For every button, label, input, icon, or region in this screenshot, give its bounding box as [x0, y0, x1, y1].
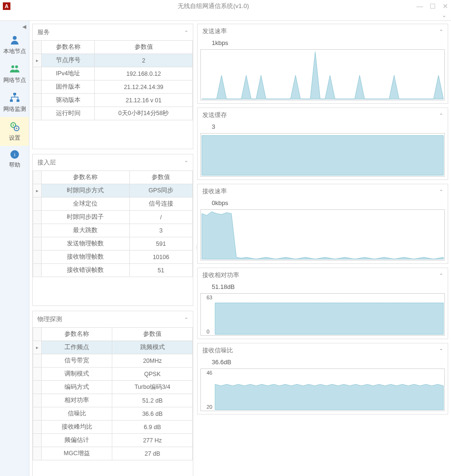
person-icon: [9, 34, 20, 45]
table-row[interactable]: 固件版本21.12.24.14:39: [33, 81, 193, 94]
access-table: 参数名称 参数值 ▸时隙同步方式GPS同步 全球定位信号连接 时隙同步因子/ 最…: [33, 171, 193, 277]
col-header-value: 参数值: [112, 328, 193, 341]
window-title: 无线自组网通信系统(v1.0): [10, 2, 416, 10]
maximize-button[interactable]: ☐: [430, 2, 436, 10]
col-header-value: 参数值: [95, 41, 193, 54]
chart-tx-rate: [200, 49, 445, 100]
collapse-icon[interactable]: ⌃: [184, 317, 188, 322]
col-header-value: 参数值: [129, 171, 192, 184]
chart-title: 发送缓存: [202, 111, 227, 119]
table-row[interactable]: ▸ 节点序号 2: [33, 54, 193, 67]
y-tick-min: 20: [207, 404, 212, 410]
sidebar-item-label: 设置: [9, 134, 20, 142]
chart-tx-buf: [200, 133, 445, 177]
group-icon: [9, 63, 20, 74]
table-row[interactable]: 相对功率51.2 dB: [33, 394, 193, 407]
table-row[interactable]: 驱动版本21.12.16 v 01: [33, 94, 193, 107]
collapse-icon[interactable]: ⌃: [439, 189, 443, 194]
chart-title: 发送速率: [202, 27, 227, 36]
chart-rx-rate: [200, 209, 445, 260]
splitter-handle[interactable]: ⋮: [194, 245, 198, 250]
table-row[interactable]: ▸工作频点跳频模式: [33, 341, 193, 354]
panel-title: 物理探测: [37, 315, 62, 323]
minimize-button[interactable]: —: [416, 2, 423, 10]
table-row[interactable]: 频偏估计277 Hz: [33, 434, 193, 447]
svg-point-9: [16, 128, 17, 129]
panel-tx-buf: 发送缓存 ⌃ 3: [197, 108, 448, 180]
svg-point-0: [13, 36, 17, 40]
sidebar-item-label: 本地节点: [3, 47, 26, 55]
panel-rx-rate: 接收速率 ⌃ 0kbps: [197, 184, 448, 264]
ribbon-strip: ⌄: [0, 12, 451, 21]
chart-reading: 1kbps: [198, 38, 448, 49]
info-icon: i: [10, 150, 19, 159]
chart-rx-snr: 46 20: [200, 368, 445, 411]
sidebar-collapse-icon[interactable]: ◀: [0, 24, 29, 30]
table-row[interactable]: 发送物理帧数591: [33, 237, 193, 251]
y-tick-min: 0: [207, 329, 209, 334]
collapse-icon[interactable]: ⌃: [184, 30, 188, 35]
svg-rect-3: [13, 93, 16, 95]
col-header-name: 参数名称: [42, 171, 130, 184]
table-row[interactable]: 全球定位信号连接: [33, 198, 193, 211]
table-row[interactable]: 调制模式QPSK: [33, 368, 193, 381]
collapse-icon[interactable]: ⌃: [439, 113, 443, 118]
table-row[interactable]: 接收物理帧数10106: [33, 251, 193, 264]
sidebar-item-help[interactable]: i 帮助: [0, 146, 29, 173]
collapse-icon[interactable]: ⌃: [184, 160, 188, 165]
table-row[interactable]: ▸时隙同步方式GPS同步: [33, 184, 193, 198]
panel-title: 服务: [37, 28, 50, 36]
svg-rect-5: [17, 99, 19, 102]
collapse-icon[interactable]: ⌃: [439, 29, 443, 34]
sidebar: ◀ 本地节点 网络节点 网络监测 设置: [0, 21, 29, 476]
panel-tx-rate: 发送速率 ⌃ 1kbps: [197, 24, 448, 104]
table-row[interactable]: 运行时间0天0小时14分58秒: [33, 107, 193, 120]
svg-point-1: [11, 65, 14, 68]
sidebar-item-label: 网络节点: [3, 76, 26, 84]
table-row[interactable]: 信噪比36.6 dB: [33, 407, 193, 421]
gear-icon: [9, 121, 20, 132]
col-header-name: 参数名称: [42, 41, 95, 54]
collapse-icon[interactable]: ⌃: [439, 348, 443, 353]
chart-title: 接收速率: [202, 187, 227, 196]
table-row[interactable]: 接收峰均比6.9 dB: [33, 421, 193, 434]
panel-service: 服务 ⌃ 参数名称 参数值 ▸ 节点序号 2 IPv4地址192.168.0.1…: [32, 24, 193, 149]
app-icon: A: [3, 2, 10, 10]
network-icon: [9, 92, 20, 103]
chart-title: 接收信噪比: [202, 346, 233, 355]
chart-reading: 51.18dB: [198, 282, 448, 293]
svg-point-2: [15, 65, 18, 68]
svg-rect-4: [10, 99, 13, 102]
table-row[interactable]: IPv4地址192.168.0.12: [33, 67, 193, 81]
chart-reading: 0kbps: [198, 198, 448, 209]
titlebar: A 无线自组网通信系统(v1.0) — ☐ ✕: [0, 0, 451, 12]
svg-point-7: [12, 125, 14, 126]
table-row[interactable]: MGC增益27 dB: [33, 447, 193, 460]
panel-phy: 物理探测 ⌃ 参数名称 参数值 ▸工作频点跳频模式 信号带宽20MHz 调制模式…: [32, 311, 193, 476]
phy-table: 参数名称 参数值 ▸工作频点跳频模式 信号带宽20MHz 调制模式QPSK 编码…: [33, 327, 193, 460]
chart-reading: 36.6dB: [198, 358, 448, 368]
chart-title: 接收相对功率: [202, 271, 239, 279]
sidebar-item-label: 网络监测: [3, 105, 26, 113]
y-tick-max: 46: [207, 370, 212, 376]
sidebar-item-network-node[interactable]: 网络节点: [0, 59, 29, 88]
sidebar-item-settings[interactable]: 设置: [0, 117, 29, 146]
service-table: 参数名称 参数值 ▸ 节点序号 2 IPv4地址192.168.0.12 固件版…: [33, 40, 193, 120]
sidebar-item-label: 帮助: [9, 161, 20, 169]
sidebar-item-local-node[interactable]: 本地节点: [0, 30, 29, 59]
table-row[interactable]: 时隙同步因子/: [33, 211, 193, 224]
table-row[interactable]: 最大跳数3: [33, 224, 193, 237]
panel-rx-snr: 接收信噪比 ⌃ 36.6dB 46 20: [197, 343, 448, 414]
panel-access: 接入层 ⌃ 参数名称 参数值 ▸时隙同步方式GPS同步 全球定位信号连接 时隙同…: [32, 154, 193, 306]
y-tick-max: 63: [207, 295, 212, 300]
close-button[interactable]: ✕: [442, 2, 448, 10]
svg-text:i: i: [14, 152, 15, 157]
table-row[interactable]: 编码方式Turbo编码3/4: [33, 381, 193, 394]
chart-reading: 3: [198, 122, 448, 133]
collapse-icon[interactable]: ⌃: [439, 273, 443, 278]
table-row[interactable]: 信号带宽20MHz: [33, 354, 193, 368]
table-row[interactable]: 接收错误帧数51: [33, 264, 193, 277]
ribbon-expand-icon[interactable]: ⌄: [442, 12, 446, 18]
sidebar-item-network-monitor[interactable]: 网络监测: [0, 88, 29, 117]
panel-title: 接入层: [37, 158, 56, 167]
